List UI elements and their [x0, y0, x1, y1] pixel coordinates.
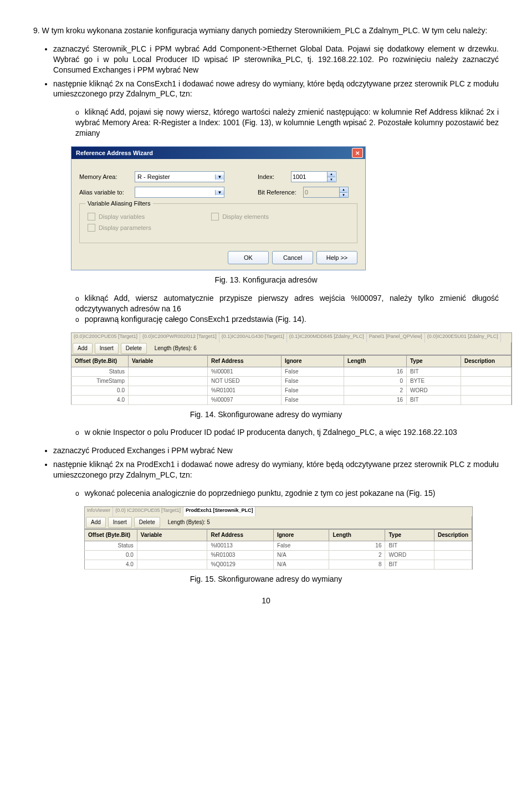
add-button[interactable]: Add	[86, 517, 106, 528]
tab[interactable]: Panel1 [Panel_QPView]	[367, 333, 425, 342]
table-cell[interactable]: Status	[71, 367, 129, 376]
fig15-tabstrip[interactable]: InfoViewer(0.0) IC200CPUE05 [Target1]Pro…	[84, 506, 472, 516]
table-cell[interactable]	[461, 376, 511, 386]
delete-button[interactable]: Delete	[134, 517, 160, 528]
table-cell[interactable]: %I00097	[208, 395, 282, 404]
column-header[interactable]: Offset (Byte.Bit)	[85, 529, 137, 541]
table-cell[interactable]: 0	[344, 376, 407, 386]
column-header[interactable]: Offset (Byte.Bit)	[71, 355, 129, 367]
spin-down-icon[interactable]: ▼	[328, 177, 335, 182]
table-cell[interactable]: 0.0	[71, 386, 129, 395]
table-cell[interactable]: 16	[329, 541, 385, 550]
tab[interactable]: (0.0) IC200CPUE05 [Target1]	[113, 507, 183, 516]
table-cell[interactable]: 16	[344, 395, 407, 404]
alias-combo[interactable]: ▼	[135, 187, 224, 198]
table-cell[interactable]: TimeStamp	[71, 376, 129, 386]
table-cell[interactable]: %R01001	[208, 386, 282, 395]
table-cell[interactable]	[137, 541, 207, 550]
tab[interactable]: (0.0)IC200PWR002/012 [Target1]	[140, 333, 219, 342]
table-row[interactable]: 0.0%R01003N/A2WORD	[85, 550, 472, 560]
column-header[interactable]: Ignore	[273, 529, 329, 541]
column-header[interactable]: Type	[407, 355, 461, 367]
table-cell[interactable]	[129, 395, 208, 404]
fig14-grid[interactable]: Offset (Byte.Bit)VariableRef AddressIgno…	[71, 355, 511, 405]
table-cell[interactable]	[129, 386, 208, 395]
delete-button[interactable]: Delete	[121, 343, 147, 354]
ok-button[interactable]: OK	[228, 251, 269, 264]
table-cell[interactable]: %I00113	[207, 541, 273, 550]
table-cell[interactable]	[434, 560, 472, 569]
wizard-titlebar[interactable]: Reference Address Wizard ✕	[71, 147, 365, 159]
table-row[interactable]: 4.0%Q00129N/A8BIT	[85, 560, 472, 569]
column-header[interactable]: Variable	[129, 355, 208, 367]
table-cell[interactable]: 2	[329, 550, 385, 560]
column-header[interactable]: Type	[385, 529, 434, 541]
tab[interactable]: (0.1)IC200MDD845 [Zdalny_PLC]	[287, 333, 367, 342]
table-cell[interactable]: Status	[85, 541, 137, 550]
table-row[interactable]: 0.0%R01001False2WORD	[71, 386, 511, 395]
table-cell[interactable]: False	[282, 367, 344, 376]
spin-up-icon[interactable]: ▲	[328, 172, 335, 177]
tab[interactable]: ProdExch1 [Sterownik_PLC]	[183, 507, 256, 516]
table-cell[interactable]: BIT	[385, 541, 434, 550]
table-row[interactable]: 4.0%I00097False16BIT	[71, 395, 511, 404]
table-row[interactable]: TimeStampNOT USEDFalse0BYTE	[71, 376, 511, 386]
table-cell[interactable]: BIT	[407, 395, 461, 404]
chevron-down-icon[interactable]: ▼	[215, 190, 224, 195]
table-cell[interactable]: %I00081	[208, 367, 282, 376]
close-icon[interactable]: ✕	[352, 148, 363, 158]
table-cell[interactable]: N/A	[273, 560, 329, 569]
table-cell[interactable]: False	[273, 541, 329, 550]
table-cell[interactable]	[137, 550, 207, 560]
table-cell[interactable]: %R01003	[207, 550, 273, 560]
index-spinbox[interactable]: ▲▼	[291, 171, 336, 182]
table-cell[interactable]: BIT	[385, 560, 434, 569]
index-input[interactable]	[291, 172, 327, 182]
table-cell[interactable]: False	[282, 376, 344, 386]
table-cell[interactable]: BYTE	[407, 376, 461, 386]
table-cell[interactable]: WORD	[407, 386, 461, 395]
table-cell[interactable]: False	[282, 386, 344, 395]
tab[interactable]: (0.0)IC200CPUE05 [Target1]	[71, 333, 140, 342]
table-cell[interactable]: False	[282, 395, 344, 404]
table-cell[interactable]: N/A	[273, 550, 329, 560]
table-cell[interactable]: 8	[329, 560, 385, 569]
table-cell[interactable]	[434, 541, 472, 550]
table-cell[interactable]: WORD	[385, 550, 434, 560]
insert-button[interactable]: Insert	[108, 517, 132, 528]
table-cell[interactable]	[137, 560, 207, 569]
insert-button[interactable]: Insert	[95, 343, 119, 354]
table-cell[interactable]: %Q00129	[207, 560, 273, 569]
table-cell[interactable]	[129, 376, 208, 386]
table-cell[interactable]: 4.0	[85, 560, 137, 569]
fig15-grid[interactable]: Offset (Byte.Bit)VariableRef AddressIgno…	[84, 529, 472, 570]
table-cell[interactable]	[461, 395, 511, 404]
column-header[interactable]: Variable	[137, 529, 207, 541]
column-header[interactable]: Ref Address	[207, 529, 273, 541]
column-header[interactable]: Ignore	[282, 355, 344, 367]
chevron-down-icon[interactable]: ▼	[215, 175, 224, 180]
table-cell[interactable]	[129, 367, 208, 376]
column-header[interactable]: Length	[344, 355, 407, 367]
table-cell[interactable]	[461, 386, 511, 395]
column-header[interactable]: Ref Address	[208, 355, 282, 367]
table-cell[interactable]: 4.0	[71, 395, 129, 404]
column-header[interactable]: Description	[434, 529, 472, 541]
table-row[interactable]: Status%I00081False16BIT	[71, 367, 511, 376]
add-button[interactable]: Add	[73, 343, 93, 354]
table-cell[interactable]: BIT	[407, 367, 461, 376]
fig14-tabstrip[interactable]: (0.0)IC200CPUE05 [Target1](0.0)IC200PWR0…	[71, 332, 511, 342]
table-cell[interactable]: 0.0	[85, 550, 137, 560]
tab[interactable]: InfoViewer	[85, 507, 113, 516]
table-cell[interactable]: NOT USED	[208, 376, 282, 386]
column-header[interactable]: Length	[329, 529, 385, 541]
help-button[interactable]: Help >>	[316, 251, 357, 264]
table-cell[interactable]	[461, 367, 511, 376]
tab[interactable]: (0.1)IC200ALG430 [Target1]	[219, 333, 287, 342]
table-row[interactable]: Status%I00113False16BIT	[85, 541, 472, 550]
table-cell[interactable]: 2	[344, 386, 407, 395]
table-cell[interactable]	[434, 550, 472, 560]
tab[interactable]: (0.0)IC200ESU01 [Zdalny_PLC]	[425, 333, 501, 342]
cancel-button[interactable]: Cancel	[272, 251, 313, 264]
table-cell[interactable]: 16	[344, 367, 407, 376]
